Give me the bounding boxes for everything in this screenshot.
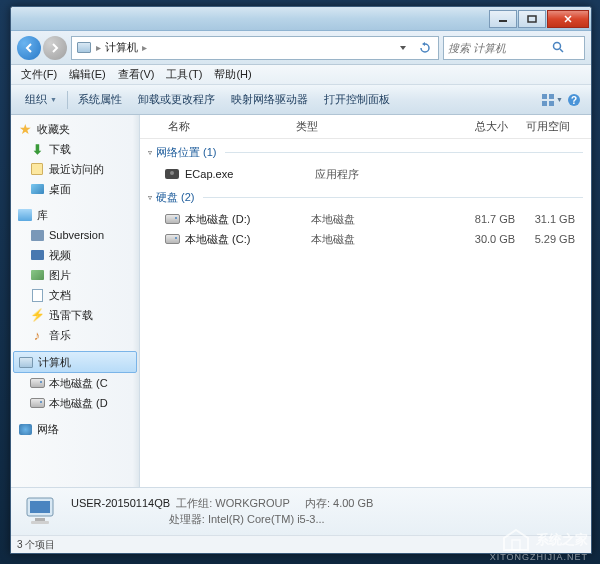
- back-button[interactable]: [17, 36, 41, 60]
- tree-drive-d[interactable]: 本地磁盘 (D: [11, 393, 139, 413]
- menu-view[interactable]: 查看(V): [112, 65, 161, 84]
- tree-music[interactable]: ♪音乐: [11, 325, 139, 345]
- tree-recent[interactable]: 最近访问的: [11, 159, 139, 179]
- svg-text:?: ?: [571, 95, 577, 106]
- drive-icon: [29, 375, 45, 391]
- collapse-icon[interactable]: ▿: [148, 148, 152, 157]
- svg-point-2: [554, 42, 561, 49]
- item-drive-d[interactable]: 本地磁盘 (D:) 本地磁盘 81.7 GB 31.1 GB: [140, 209, 591, 229]
- nav-tree: ★收藏夹 ⬇下载 最近访问的 桌面 库 Subversion 视频 图片 文档 …: [11, 115, 140, 487]
- tree-desktop[interactable]: 桌面: [11, 179, 139, 199]
- svg-rect-11: [30, 501, 50, 513]
- tree-videos[interactable]: 视频: [11, 245, 139, 265]
- svg-rect-13: [31, 521, 49, 524]
- menu-tools[interactable]: 工具(T): [160, 65, 208, 84]
- tree-pictures[interactable]: 图片: [11, 265, 139, 285]
- tree-documents[interactable]: 文档: [11, 285, 139, 305]
- details-pane: USER-20150114QB 工作组: WORKGROUP 内存: 4.00 …: [11, 487, 591, 535]
- refresh-button[interactable]: [416, 39, 434, 57]
- col-name[interactable]: 名称: [148, 119, 296, 134]
- col-free[interactable]: 可用空间: [508, 119, 578, 134]
- svg-rect-5: [549, 94, 554, 99]
- statusbar: 3 个项目: [11, 535, 591, 553]
- menu-edit[interactable]: 编辑(E): [63, 65, 112, 84]
- svg-rect-0: [499, 20, 507, 22]
- video-icon: [29, 247, 45, 263]
- computer-large-icon: [21, 494, 61, 530]
- library-icon: [17, 207, 33, 223]
- item-drive-c[interactable]: 本地磁盘 (C:) 本地磁盘 30.0 GB 5.29 GB: [140, 229, 591, 249]
- music-icon: ♪: [29, 327, 45, 343]
- svg-rect-1: [528, 16, 536, 22]
- view-options-button[interactable]: ▼: [541, 89, 563, 111]
- details-memory: 4.00 GB: [333, 497, 373, 509]
- star-icon: ★: [17, 121, 33, 137]
- desktop-icon: [29, 181, 45, 197]
- tree-downloads[interactable]: ⬇下载: [11, 139, 139, 159]
- forward-button[interactable]: [43, 36, 67, 60]
- address-bar[interactable]: ▸ 计算机 ▸: [71, 36, 439, 60]
- toolbar: 组织▼ 系统属性 卸载或更改程序 映射网络驱动器 打开控制面板 ▼ ?: [11, 85, 591, 115]
- system-properties-button[interactable]: 系统属性: [70, 88, 130, 111]
- tree-network[interactable]: 网络: [11, 419, 139, 439]
- body-area: ★收藏夹 ⬇下载 最近访问的 桌面 库 Subversion 视频 图片 文档 …: [11, 115, 591, 487]
- details-name: USER-20150114QB: [71, 497, 170, 509]
- chevron-down-icon: ▼: [50, 96, 57, 103]
- download-icon: ⬇: [29, 141, 45, 157]
- drive-icon: [164, 211, 180, 227]
- image-icon: [29, 267, 45, 283]
- drive-icon: [164, 231, 180, 247]
- titlebar: [11, 7, 591, 31]
- svg-rect-12: [35, 518, 45, 521]
- svg-rect-7: [549, 101, 554, 106]
- navbar: ▸ 计算机 ▸: [11, 31, 591, 65]
- svg-rect-4: [542, 94, 547, 99]
- folder-icon: [29, 227, 45, 243]
- drive-icon: [29, 395, 45, 411]
- explorer-window: ▸ 计算机 ▸ 文件(F) 编辑(E) 查看(V) 工具(T) 帮助(H) 组织…: [10, 6, 592, 554]
- close-button[interactable]: [547, 10, 589, 28]
- recent-icon: [29, 161, 45, 177]
- chevron-right-icon: ▸: [96, 42, 101, 53]
- group-network-location[interactable]: ▿ 网络位置 (1): [140, 139, 591, 164]
- minimize-button[interactable]: [489, 10, 517, 28]
- details-processor: Intel(R) Core(TM) i5-3...: [208, 513, 325, 525]
- tree-favorites[interactable]: ★收藏夹: [11, 119, 139, 139]
- details-workgroup: WORKGROUP: [215, 497, 289, 509]
- menu-help[interactable]: 帮助(H): [208, 65, 257, 84]
- chevron-down-icon: ▼: [556, 96, 563, 103]
- computer-icon: [76, 40, 92, 56]
- tree-computer[interactable]: 计算机: [13, 351, 137, 373]
- computer-icon: [18, 354, 34, 370]
- map-drive-button[interactable]: 映射网络驱动器: [223, 88, 316, 111]
- search-input[interactable]: [448, 42, 548, 54]
- uninstall-button[interactable]: 卸载或更改程序: [130, 88, 223, 111]
- control-panel-button[interactable]: 打开控制面板: [316, 88, 398, 111]
- column-headers[interactable]: 名称 类型 总大小 可用空间: [140, 115, 591, 139]
- camera-icon: [164, 166, 180, 182]
- network-icon: [17, 421, 33, 437]
- maximize-button[interactable]: [518, 10, 546, 28]
- tree-subversion[interactable]: Subversion: [11, 225, 139, 245]
- organize-button[interactable]: 组织▼: [17, 88, 65, 111]
- tree-drive-c[interactable]: 本地磁盘 (C: [11, 373, 139, 393]
- group-hard-drives[interactable]: ▿ 硬盘 (2): [140, 184, 591, 209]
- col-type[interactable]: 类型: [296, 119, 416, 134]
- svg-rect-6: [542, 101, 547, 106]
- col-size[interactable]: 总大小: [416, 119, 508, 134]
- svg-line-3: [560, 49, 563, 52]
- dropdown-button[interactable]: [394, 39, 412, 57]
- menu-file[interactable]: 文件(F): [15, 65, 63, 84]
- search-bar[interactable]: [443, 36, 585, 60]
- chevron-right-icon[interactable]: ▸: [142, 42, 147, 53]
- help-button[interactable]: ?: [563, 89, 585, 111]
- item-ecap[interactable]: ECap.exe 应用程序: [140, 164, 591, 184]
- collapse-icon[interactable]: ▿: [148, 193, 152, 202]
- content-area: 名称 类型 总大小 可用空间 ▿ 网络位置 (1) ECap.exe 应用程序 …: [140, 115, 591, 487]
- document-icon: [29, 287, 45, 303]
- tree-thunder[interactable]: ⚡迅雷下载: [11, 305, 139, 325]
- tree-libraries[interactable]: 库: [11, 205, 139, 225]
- menubar: 文件(F) 编辑(E) 查看(V) 工具(T) 帮助(H): [11, 65, 591, 85]
- thunder-icon: ⚡: [29, 307, 45, 323]
- breadcrumb-text[interactable]: 计算机: [105, 40, 138, 55]
